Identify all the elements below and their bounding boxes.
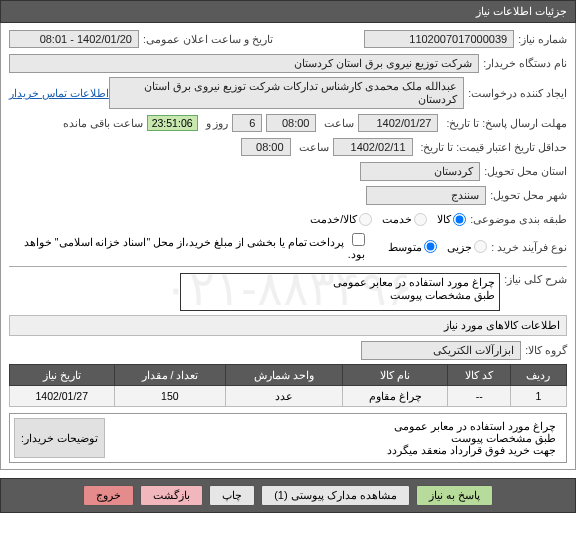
cat-goods-radio[interactable] bbox=[453, 213, 466, 226]
cell-qty: 150 bbox=[114, 386, 226, 407]
days-remaining: 6 bbox=[232, 114, 262, 132]
buyer-notes-box: چراغ مورد استفاده در معابر عمومی طبق مشخ… bbox=[9, 413, 567, 463]
table-row[interactable]: 1 -- چراغ مقاوم عدد 150 1402/01/27 bbox=[10, 386, 567, 407]
quote-valid-label: حداقل تاریخ اعتبار قیمت: تا تاریخ: bbox=[421, 141, 567, 153]
attachments-button[interactable]: مشاهده مدارک پیوستی (1) bbox=[261, 485, 410, 506]
cell-name: چراغ مقاوم bbox=[343, 386, 448, 407]
row-quote-validity: حداقل تاریخ اعتبار قیمت: تا تاریخ: 1402/… bbox=[9, 137, 567, 157]
announce-value: 1402/01/20 - 08:01 bbox=[9, 30, 139, 48]
city-value: سنندج bbox=[366, 186, 486, 205]
row-need-number: شماره نیاز: 1102007017000039 تاریخ و ساع… bbox=[9, 29, 567, 49]
summary-label: شرح کلی نیاز: bbox=[504, 273, 567, 285]
cat-both-radio bbox=[359, 213, 372, 226]
cell-row: 1 bbox=[510, 386, 566, 407]
row-buyer: نام دستگاه خریدار: شرکت توزیع نیروی برق … bbox=[9, 53, 567, 73]
col-code: کد کالا bbox=[448, 365, 511, 386]
col-name: نام کالا bbox=[343, 365, 448, 386]
cat-both-option[interactable]: کالا/خدمت bbox=[310, 213, 372, 226]
province-label: استان محل تحویل: bbox=[484, 165, 567, 177]
items-table: ردیف کد کالا نام کالا واحد شمارش تعداد /… bbox=[9, 364, 567, 407]
row-city: شهر محل تحویل: سنندج bbox=[9, 185, 567, 205]
row-category: طبقه بندی موضوعی: کالا خدمت کالا/خدمت bbox=[9, 209, 567, 229]
deadline-label: مهلت ارسال پاسخ: تا تاریخ: bbox=[446, 117, 567, 129]
footer-toolbar: پاسخ به نیاز مشاهده مدارک پیوستی (1) چاپ… bbox=[0, 478, 576, 513]
buyer-value: شرکت توزیع نیروی برق استان کردستان bbox=[9, 54, 479, 73]
cell-date: 1402/01/27 bbox=[10, 386, 115, 407]
proc-type-label: نوع فرآیند خرید : bbox=[491, 241, 567, 253]
col-date: تاریخ نیاز bbox=[10, 365, 115, 386]
countdown-timer: 23:51:06 bbox=[147, 115, 198, 131]
remain-label: ساعت باقی مانده bbox=[63, 117, 143, 129]
details-panel: شماره نیاز: 1102007017000039 تاریخ و ساع… bbox=[0, 23, 576, 470]
treasury-label: پرداخت تمام یا بخشی از مبلغ خرید،از محل … bbox=[24, 236, 365, 260]
cat-goods-option[interactable]: کالا bbox=[437, 213, 466, 226]
buyer-notes-label: توضیحات خریدار: bbox=[14, 418, 105, 458]
quote-valid-hour: 08:00 bbox=[241, 138, 291, 156]
category-label: طبقه بندی موضوعی: bbox=[470, 213, 567, 225]
page-title: جزئیات اطلاعات نیاز bbox=[476, 5, 567, 17]
city-label: شهر محل تحویل: bbox=[490, 189, 567, 201]
row-deadline: مهلت ارسال پاسخ: تا تاریخ: 1402/01/27 سا… bbox=[9, 113, 567, 133]
proc-small-radio bbox=[474, 240, 487, 253]
proc-medium-radio[interactable] bbox=[424, 240, 437, 253]
cell-unit: عدد bbox=[226, 386, 343, 407]
time-label-1: ساعت bbox=[324, 117, 354, 129]
announce-label: تاریخ و ساعت اعلان عمومی: bbox=[143, 33, 273, 45]
row-requester: ایجاد کننده درخواست: عبدالله ملک محمدی ک… bbox=[9, 77, 567, 109]
day-label: روز و bbox=[206, 117, 229, 129]
quote-valid-date: 1402/02/11 bbox=[333, 138, 413, 156]
deadline-date: 1402/01/27 bbox=[358, 114, 438, 132]
province-value: کردستان bbox=[360, 162, 480, 181]
exit-button[interactable]: خروج bbox=[83, 485, 134, 506]
page-header: جزئیات اطلاعات نیاز bbox=[0, 0, 576, 23]
group-value: ابزارآلات الکتریکی bbox=[361, 341, 521, 360]
row-process-type: نوع فرآیند خرید : جزیی متوسط پرداخت تمام… bbox=[9, 233, 567, 260]
cat-service-option[interactable]: خدمت bbox=[382, 213, 427, 226]
print-button[interactable]: چاپ bbox=[209, 485, 255, 506]
row-group: گروه کالا: ابزارآلات الکتریکی bbox=[9, 340, 567, 360]
treasury-checkbox[interactable] bbox=[352, 233, 365, 246]
table-header-row: ردیف کد کالا نام کالا واحد شمارش تعداد /… bbox=[10, 365, 567, 386]
items-section-header: اطلاعات کالاهای مورد نیاز bbox=[9, 315, 567, 336]
buyer-notes-text: چراغ مورد استفاده در معابر عمومی طبق مشخ… bbox=[109, 418, 562, 458]
divider-1 bbox=[9, 266, 567, 267]
buyer-contact-link[interactable]: اطلاعات تماس خریدار bbox=[9, 87, 109, 99]
group-label: گروه کالا: bbox=[525, 344, 567, 356]
need-no-value: 1102007017000039 bbox=[364, 30, 514, 48]
requester-label: ایجاد کننده درخواست: bbox=[468, 87, 567, 99]
requester-value: عبدالله ملک محمدی کارشناس تدارکات شرکت ت… bbox=[109, 77, 464, 109]
need-no-label: شماره نیاز: bbox=[518, 33, 567, 45]
proc-small-option[interactable]: جزیی bbox=[447, 240, 487, 253]
col-unit: واحد شمارش bbox=[226, 365, 343, 386]
buyer-label: نام دستگاه خریدار: bbox=[483, 57, 567, 69]
col-qty: تعداد / مقدار bbox=[114, 365, 226, 386]
back-button[interactable]: بازگشت bbox=[140, 485, 203, 506]
cell-code: -- bbox=[448, 386, 511, 407]
summary-textarea[interactable] bbox=[180, 273, 500, 311]
row-summary: شرح کلی نیاز: bbox=[9, 273, 567, 311]
reply-button[interactable]: پاسخ به نیاز bbox=[416, 485, 493, 506]
deadline-hour: 08:00 bbox=[266, 114, 316, 132]
col-row: ردیف bbox=[510, 365, 566, 386]
cat-service-radio bbox=[414, 213, 427, 226]
time-label-2: ساعت bbox=[299, 141, 329, 153]
row-province: استان محل تحویل: کردستان bbox=[9, 161, 567, 181]
proc-medium-option[interactable]: متوسط bbox=[388, 240, 437, 253]
